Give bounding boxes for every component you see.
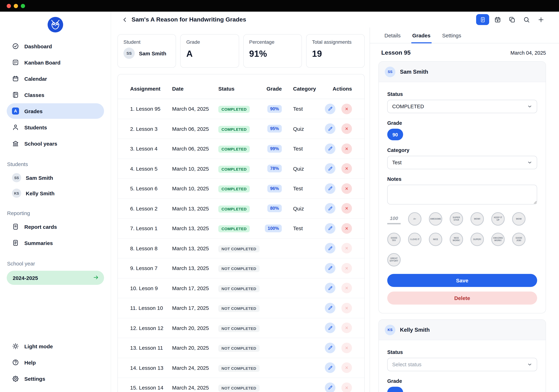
status-select[interactable]: Select status: [387, 358, 537, 371]
edit-button[interactable]: [325, 144, 335, 154]
card-label: Student: [123, 39, 170, 45]
student-name: Kelly Smith: [26, 190, 55, 196]
minimize-button[interactable]: [14, 4, 18, 8]
table-row: 12. Lesson 12March 20, 2025NOT COMPLETED: [118, 318, 364, 338]
sticker-awesome[interactable]: AWESOME: [429, 212, 442, 226]
search-icon: [523, 16, 530, 23]
sidebar-item-summaries[interactable]: Summaries: [7, 235, 104, 251]
details-panel: DetailsGradesSettings Lesson 95 March 04…: [370, 27, 559, 392]
document-button[interactable]: [476, 14, 489, 25]
zoom-button[interactable]: [21, 4, 25, 8]
status-cell: COMPLETED: [218, 166, 268, 172]
sidebar-item-school-years[interactable]: School years: [7, 136, 104, 151]
sidebar-item-grades[interactable]: AGrades: [7, 103, 104, 119]
status-badge: NOT COMPLETED: [218, 365, 259, 372]
edit-button[interactable]: [325, 383, 335, 392]
search-button[interactable]: [521, 14, 532, 25]
edit-button[interactable]: [325, 183, 335, 194]
tab-settings[interactable]: Settings: [442, 27, 461, 43]
card-value: Sam Smith: [139, 50, 166, 56]
sticker-i-love-it[interactable]: I LOVE IT: [408, 233, 421, 246]
sticker-good-try[interactable]: GOOD TRY: [387, 233, 401, 246]
sidebar-item-dashboard[interactable]: Dashboard: [7, 38, 104, 54]
add-button[interactable]: [535, 14, 547, 25]
sticker-super-[interactable]: SUPER!: [470, 233, 484, 246]
sticker-wow[interactable]: WOW: [512, 212, 525, 226]
actions-cell: [325, 323, 352, 333]
save-button[interactable]: Save: [387, 274, 537, 287]
sidebar-item-help[interactable]: Help: [7, 355, 104, 370]
back-button[interactable]: [120, 15, 130, 24]
grade-chip[interactable]: 90: [387, 129, 403, 140]
calendar-add-button[interactable]: [492, 14, 504, 25]
status-select[interactable]: COMPLETED: [387, 100, 537, 113]
grade-chip[interactable]: [387, 387, 403, 392]
status-cell: NOT COMPLETED: [218, 325, 268, 331]
delete-button[interactable]: [341, 183, 352, 194]
edit-button[interactable]: [325, 124, 335, 134]
delete-button: [341, 243, 352, 254]
date-cell: March 13, 2025: [172, 225, 218, 231]
students-icon: [12, 124, 19, 131]
edit-button[interactable]: [325, 104, 335, 114]
date-cell: March 13, 2025: [172, 206, 218, 211]
edit-button[interactable]: [325, 283, 335, 293]
delete-button[interactable]: [341, 104, 352, 114]
edit-button[interactable]: [325, 343, 335, 353]
sticker-good-job-[interactable]: GOOD JOB!: [512, 233, 525, 246]
sidebar-item-kanban-board[interactable]: Kanban Board: [7, 55, 104, 70]
sticker-great-effort[interactable]: GREAT EFFORT: [387, 253, 401, 266]
category-select[interactable]: Test: [387, 156, 537, 169]
delete-button[interactable]: [341, 124, 352, 134]
sticker-nice[interactable]: NICE: [429, 233, 442, 246]
sidebar-student-sam-smith[interactable]: SSSam Smith: [7, 170, 104, 185]
edit-button[interactable]: [325, 263, 335, 273]
duplicate-button[interactable]: [506, 14, 518, 25]
column-header-status: Status: [218, 86, 268, 92]
dashboard-icon: [12, 43, 19, 50]
tab-grades[interactable]: Grades: [412, 27, 430, 43]
table-body: 1. Lesson 95March 04, 2025COMPLETED90%Te…: [118, 99, 364, 392]
status-badge: NOT COMPLETED: [218, 285, 259, 292]
nav-item-label: Dashboard: [24, 43, 52, 49]
edit-button[interactable]: [325, 223, 335, 234]
school-year-pill[interactable]: 2024-2025: [7, 271, 104, 285]
table-row: 7. Lesson 1March 13, 2025COMPLETED100%Te…: [118, 219, 364, 238]
sticker-wow-[interactable]: WOW!: [470, 212, 484, 226]
sticker-nice-work-[interactable]: NICE WORK!: [450, 233, 463, 246]
delete-button[interactable]: [341, 203, 352, 214]
tab-details[interactable]: Details: [384, 27, 401, 43]
x-icon: [344, 246, 349, 251]
edit-button[interactable]: [325, 323, 335, 333]
avatar: KS: [385, 325, 395, 335]
sidebar-item-settings[interactable]: Settings: [7, 371, 104, 386]
sticker-100[interactable]: 100: [387, 214, 401, 224]
delete-button[interactable]: [341, 163, 352, 174]
summary-cards: StudentSSSam SmithGradeAPercentage91%Tot…: [117, 34, 365, 68]
sidebar-item-light-mode[interactable]: Light mode: [7, 338, 104, 354]
edit-button[interactable]: [325, 203, 335, 214]
edit-button[interactable]: [325, 163, 335, 174]
edit-button[interactable]: [325, 243, 335, 254]
sidebar-student-kelly-smith[interactable]: KSKelly Smith: [7, 185, 104, 201]
delete-grade-button[interactable]: Delete: [387, 292, 537, 305]
avatar: SS: [385, 66, 395, 77]
delete-button[interactable]: [341, 144, 352, 154]
sidebar-item-calendar[interactable]: Calendar: [7, 71, 104, 86]
sticker-keep-it-up[interactable]: KEEP IT UP: [491, 212, 505, 226]
sticker-amazing-work-[interactable]: AMAZING WORK!: [491, 233, 505, 246]
sidebar-item-classes[interactable]: Classes: [7, 87, 104, 103]
close-button[interactable]: [7, 4, 11, 8]
actions-cell: [325, 104, 352, 114]
sticker-a-[interactable]: A+: [408, 212, 421, 226]
notes-input[interactable]: [387, 185, 537, 204]
sidebar-item-report-cards[interactable]: Report cards: [7, 219, 104, 234]
lesson-header: Lesson 95 March 04, 2025: [378, 49, 546, 56]
sidebar-item-students[interactable]: Students: [7, 119, 104, 135]
delete-button[interactable]: [341, 223, 352, 234]
nav-item-label: School years: [24, 140, 57, 146]
edit-button[interactable]: [325, 303, 335, 313]
edit-button[interactable]: [325, 363, 335, 373]
sticker-super-star[interactable]: SUPER STAR: [450, 212, 463, 226]
lesson-date: March 04, 2025: [510, 50, 546, 56]
